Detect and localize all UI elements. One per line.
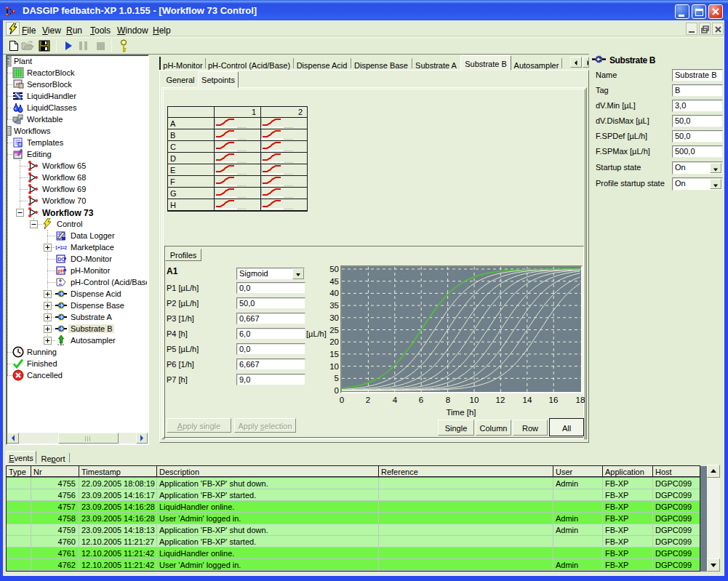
svg-text:1+1=2: 1+1=2 [55, 244, 67, 251]
svg-text:pH: pH [57, 268, 64, 274]
